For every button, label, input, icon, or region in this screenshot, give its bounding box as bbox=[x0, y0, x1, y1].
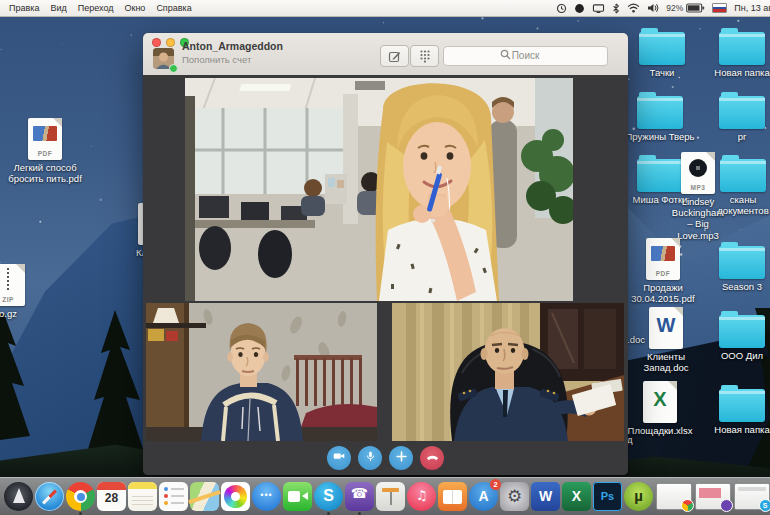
volume-icon[interactable] bbox=[647, 3, 659, 13]
desktop-icon-label: Новая папка bbox=[712, 424, 770, 435]
desktop-icon-label: сканы документов bbox=[714, 194, 770, 216]
dock-maps-icon[interactable] bbox=[190, 482, 219, 511]
folder-icon bbox=[720, 159, 766, 192]
dock-launchpad-icon[interactable] bbox=[4, 482, 33, 511]
menu-status-area: 92% Пн, 13 ав bbox=[556, 0, 770, 16]
folder-icon bbox=[719, 32, 765, 65]
dock-messages-icon[interactable] bbox=[252, 482, 281, 511]
dock-window-viber[interactable] bbox=[695, 483, 731, 510]
desktop-icon[interactable]: pr bbox=[712, 91, 770, 142]
menu-правка[interactable]: Правка bbox=[9, 3, 39, 13]
close-button[interactable] bbox=[152, 38, 161, 47]
peer-video-left[interactable] bbox=[146, 303, 377, 441]
peer-video-right[interactable] bbox=[392, 303, 624, 441]
desktop-icon[interactable]: PDFПродажи 30.04.2015.pdf bbox=[630, 238, 696, 304]
dock-safari-icon[interactable] bbox=[35, 482, 64, 511]
desktop-icon[interactable]: Новая папка bbox=[712, 384, 770, 435]
dock-keynote-icon[interactable] bbox=[376, 482, 405, 511]
battery-indicator: 92% bbox=[666, 3, 705, 13]
excel-glyph: X bbox=[562, 482, 591, 511]
word-glyph: W bbox=[531, 482, 560, 511]
window-titlebar[interactable]: Anton_Armageddon Пополнить счет bbox=[143, 33, 628, 76]
desktop-icon[interactable]: PDFЛегкий способ бросить пить.pdf bbox=[8, 118, 82, 184]
display-icon[interactable] bbox=[592, 3, 605, 14]
dock-photos-icon[interactable] bbox=[221, 482, 250, 511]
desktop-icon-label: Season 3 bbox=[714, 281, 770, 292]
dock-photoshop-icon[interactable]: Ps bbox=[593, 482, 622, 511]
menu-переход[interactable]: Переход bbox=[78, 3, 114, 13]
desktop-icon[interactable]: Пружины Тверь bbox=[624, 91, 696, 142]
dock-app-store-icon[interactable]: A2 bbox=[469, 482, 498, 511]
desktop-icon[interactable]: Season 3 bbox=[714, 241, 770, 292]
desktop-icon-label: д bbox=[627, 434, 657, 445]
online-status-dot bbox=[169, 64, 178, 73]
dock-utorrent-icon[interactable]: µ bbox=[624, 482, 653, 511]
desktop-icon-label: Клиенты Запад.doc bbox=[624, 351, 708, 373]
dock-excel-icon[interactable]: X bbox=[562, 482, 591, 511]
microphone-button[interactable] bbox=[358, 446, 382, 470]
wifi-icon[interactable] bbox=[627, 3, 640, 13]
desktop-icon[interactable]: сканы документов bbox=[714, 154, 770, 216]
dock-reminders-icon[interactable] bbox=[159, 482, 188, 511]
dialpad-button[interactable] bbox=[410, 45, 439, 67]
battery-icon bbox=[686, 3, 705, 13]
folder-icon bbox=[719, 389, 765, 422]
dock-window-skype[interactable] bbox=[734, 483, 770, 510]
main-remote-video[interactable] bbox=[185, 78, 573, 301]
compose-button[interactable] bbox=[380, 45, 409, 67]
dock-notes-icon[interactable] bbox=[128, 482, 157, 511]
desktop: { "menu_bar": { "menus": ["Правка", "Вид… bbox=[0, 0, 770, 515]
dock-skype-icon[interactable]: S bbox=[314, 482, 343, 511]
desktop-icon-label: pr bbox=[712, 131, 770, 142]
desktop-icon[interactable]: ООО Дил bbox=[714, 310, 770, 361]
desktop-icon-partial-label[interactable]: д bbox=[627, 434, 657, 445]
folder-icon bbox=[637, 96, 683, 129]
menu-items: ПравкаВидПереходОкноСправка bbox=[0, 3, 192, 13]
call-content-area bbox=[143, 75, 628, 475]
menu-окно[interactable]: Окно bbox=[124, 3, 145, 13]
desktop-icon-partial-label[interactable]: .doc bbox=[627, 334, 667, 345]
end-call-button[interactable] bbox=[420, 446, 444, 470]
dock-ibooks-icon[interactable] bbox=[438, 482, 467, 511]
dock-itunes-icon[interactable]: ♫ bbox=[407, 482, 436, 511]
menu-clock[interactable]: Пн, 13 ав bbox=[734, 3, 770, 13]
keyboard-flag-icon[interactable] bbox=[712, 3, 727, 13]
video-camera-button[interactable] bbox=[327, 446, 351, 470]
time-machine-icon[interactable] bbox=[556, 3, 567, 14]
search-input[interactable] bbox=[443, 46, 608, 66]
desktop-icon[interactable]: XПлощадки.xlsx bbox=[627, 381, 693, 436]
menu-вид[interactable]: Вид bbox=[50, 3, 66, 13]
utorrent-glyph: µ bbox=[624, 482, 653, 511]
end-call-icon bbox=[425, 449, 440, 468]
dock-calendar-icon[interactable]: 28 bbox=[97, 482, 126, 511]
dock-viber-icon[interactable] bbox=[345, 482, 374, 511]
add-participant-button[interactable] bbox=[389, 446, 413, 470]
desktop-icon[interactable]: Новая папка bbox=[712, 27, 770, 78]
desktop-icon-label: Пружины Тверь bbox=[624, 131, 696, 142]
desktop-icon[interactable]: Тачки bbox=[634, 27, 690, 78]
folder-icon bbox=[719, 96, 765, 129]
desktop-icon-label: ООО Дил bbox=[714, 350, 770, 361]
folder-icon bbox=[719, 315, 765, 348]
dock-system-preferences-icon[interactable] bbox=[500, 482, 529, 511]
contact-name: Anton_Armageddon bbox=[182, 40, 283, 52]
menu-bar: ПравкаВидПереходОкноСправка 92% bbox=[0, 0, 770, 17]
pdf-icon: PDF bbox=[646, 238, 680, 280]
dock: 28S♫A2WXPsµ bbox=[0, 477, 770, 515]
desktop-icon[interactable]: ZIPo.gz bbox=[0, 264, 42, 319]
microphone-icon bbox=[364, 449, 377, 467]
skype-glyph: S bbox=[314, 482, 343, 511]
dock-chrome-icon[interactable] bbox=[66, 482, 95, 511]
peer-left-video-art bbox=[146, 303, 377, 441]
xlsx-icon: X bbox=[643, 381, 677, 423]
dock-facetime-icon[interactable] bbox=[283, 482, 312, 511]
menu-справка[interactable]: Справка bbox=[156, 3, 191, 13]
app-dot-icon[interactable] bbox=[574, 3, 585, 14]
dock-window-chrome[interactable] bbox=[656, 483, 692, 510]
dock-word-icon[interactable]: W bbox=[531, 482, 560, 511]
bluetooth-icon[interactable] bbox=[612, 3, 620, 14]
app-store-badge: 2 bbox=[490, 479, 501, 490]
skype-call-window: Anton_Armageddon Пополнить счет bbox=[143, 33, 628, 475]
main-video-art bbox=[185, 78, 573, 301]
minimize-button[interactable] bbox=[166, 38, 175, 47]
